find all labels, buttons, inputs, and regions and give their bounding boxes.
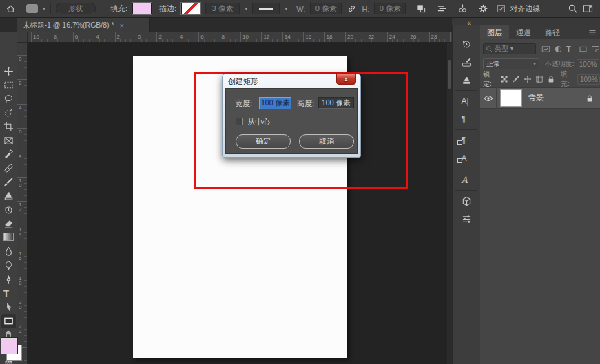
stroke-width-input[interactable]: 3 像素 [205,3,240,14]
brush-tool-icon[interactable] [1,175,16,189]
scrollbar-thumb[interactable] [448,60,451,89]
history-brush-tool-icon[interactable] [1,203,16,217]
shape-width-input[interactable]: 0 像素 [310,3,342,14]
document-tab-bar: 未标题-1 @ 16.7%(RGB/8) * × [0,18,452,32]
filter-adjust-icon[interactable] [554,45,563,54]
divider [455,190,477,191]
crop-tool-icon[interactable] [1,120,16,133]
height-field-label: 高度: [297,98,314,109]
home-icon[interactable] [6,3,16,14]
panel-menu-icon[interactable] [588,28,597,36]
clone-stamp-tool-icon[interactable] [1,189,16,203]
canvas-area[interactable]: 创建矩形 x 宽度: 100 像素 高度: 100 像素 从中心 确定 取消 [28,43,452,364]
tools-panel: T [0,32,17,364]
paragraph-styles-panel-icon[interactable]: A [453,149,480,167]
frame-tool-icon[interactable] [1,133,16,147]
shape-mode-select[interactable]: 形状 [56,3,96,14]
visibility-toggle[interactable] [480,87,497,109]
filter-type-icon[interactable]: T [566,45,575,54]
workspace-icon[interactable] [583,3,593,14]
gradient-tool-icon[interactable] [1,231,16,244]
type-tool-icon[interactable]: T [1,286,16,300]
stroke-swatch[interactable] [181,3,200,14]
close-icon[interactable]: × [120,21,124,30]
quick-select-tool-icon[interactable] [1,106,16,120]
width-input[interactable]: 100 像素 [259,97,291,109]
paragraph-panel-panel-icon[interactable]: ¶ [453,110,480,128]
clone-source-panel-icon[interactable] [453,71,480,89]
search-icon[interactable] [568,3,578,14]
canvas-scrollbar[interactable] [447,43,452,364]
lock-icon[interactable] [547,75,555,83]
ruler-origin-box[interactable] [17,32,28,43]
path-operations-icon[interactable] [416,3,426,14]
gear-icon[interactable] [478,3,488,14]
path-alignment-icon[interactable] [437,3,447,14]
fill-label: 填充: [561,69,575,89]
tab-channels[interactable]: 通道 [509,25,538,39]
healing-brush-tool-icon[interactable] [1,161,16,175]
path-select-tool-icon[interactable] [1,300,16,314]
layer-row[interactable]: 背景 [480,87,600,109]
layer-thumbnail[interactable] [500,89,522,107]
lock-brush-icon[interactable] [512,75,520,83]
height-input[interactable]: 100 像素 [318,97,354,109]
filter-pixel-icon[interactable] [541,45,550,54]
brush-settings-panel-icon[interactable] [453,53,480,71]
lock-icons [500,75,555,83]
rectangle-tool-icon[interactable] [1,314,16,328]
fill-swatch[interactable] [132,3,152,14]
opacity-value[interactable]: 100% [577,59,599,69]
eyedropper-tool-icon[interactable] [1,147,16,161]
dialog-title: 创建矩形 [228,76,258,87]
close-button[interactable]: x [336,74,356,85]
marquee-tool-icon[interactable] [1,78,16,92]
character-panel-panel-icon[interactable]: A| [453,92,480,110]
blend-mode-select[interactable]: 正常 ▾ [483,58,539,69]
fill-value[interactable]: 100% [577,74,600,85]
divider [455,90,477,91]
properties-panel-icon[interactable] [453,210,480,228]
collapsed-panel-dock: A|¶¶AA [452,25,480,364]
move-tool-icon[interactable] [1,64,16,78]
lasso-tool-icon[interactable] [1,92,16,105]
lock-move-icon[interactable] [524,75,532,83]
history-panel-icon[interactable] [453,35,480,53]
3d-cube-panel-icon[interactable] [453,192,480,210]
eraser-tool-icon[interactable] [1,217,16,231]
foreground-color-swatch[interactable] [1,338,17,354]
stroke-style-select[interactable] [252,3,280,14]
document-title: 未标题-1 @ 16.7%(RGB/8) * [23,21,114,30]
width-field-label: 宽度: [235,98,252,109]
divider [50,3,51,14]
path-arrangement-icon[interactable] [457,3,468,14]
document-tab[interactable]: 未标题-1 @ 16.7%(RGB/8) * × [17,18,150,32]
chevron-down-icon[interactable]: ▾ [285,6,287,12]
shape-height-input[interactable]: 0 像素 [374,3,406,14]
filter-shape-icon[interactable] [579,45,588,54]
align-edges-checkbox[interactable]: ✓ [497,5,505,12]
lock-checker-icon[interactable] [500,75,508,83]
link-dimensions-icon[interactable] [346,3,357,14]
tab-layers[interactable]: 图层 [480,25,509,39]
cancel-button[interactable]: 取消 [299,134,354,149]
dodge-tool-icon[interactable] [1,259,16,272]
pen-tool-icon[interactable] [1,272,16,286]
lock-frame-icon[interactable] [535,75,544,83]
layer-filter-icons: T [541,45,600,54]
blur-tool-icon[interactable] [1,245,16,259]
filter-smart-icon[interactable] [591,45,600,54]
opacity-label: 不透明度: [545,59,575,69]
ok-button[interactable]: 确定 [236,134,291,149]
layer-search-input[interactable]: 类型 ▾ [483,43,536,54]
quick-mask-icon[interactable] [3,361,14,364]
glyphs-panel-icon[interactable]: A [453,171,480,189]
chevron-down-icon[interactable]: ▾ [43,6,45,12]
tab-paths[interactable]: 路径 [538,25,567,39]
filter-row: 类型 ▾ T [480,43,600,54]
chevron-down-icon[interactable]: ▾ [245,6,247,12]
lock-icon [586,94,594,103]
from-center-checkbox[interactable] [236,118,243,125]
character-styles-panel-icon[interactable]: ¶ [453,131,480,149]
tool-preset-icon[interactable] [26,4,38,13]
